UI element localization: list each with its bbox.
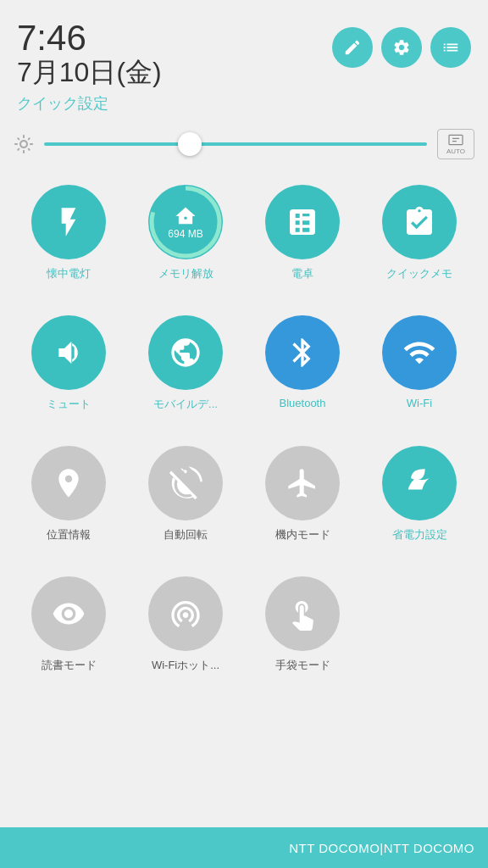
calculator-label: 電卓 <box>291 266 313 281</box>
brightness-low-icon <box>14 134 34 154</box>
hotspot-item[interactable]: Wi-Fiホット... <box>127 566 244 683</box>
quickmemo-circle <box>382 185 457 259</box>
svg-rect-0 <box>449 136 463 145</box>
footer: NTT DOCOMO|NTT DOCOMO <box>0 827 488 868</box>
list-button[interactable] <box>430 27 471 68</box>
quickmemo-label: クイックメモ <box>386 266 452 281</box>
mute-circle <box>31 315 106 390</box>
rotation-label: 自動回転 <box>164 527 208 542</box>
time-date: 7:46 7月10日(金) <box>17 20 162 88</box>
bluetooth-label: Bluetooth <box>280 397 326 409</box>
wifi-item[interactable]: Wi-Fi <box>361 305 478 422</box>
flashlight-circle <box>31 185 106 259</box>
brightness-bar[interactable]: AUTO <box>0 120 488 168</box>
quickmemo-item[interactable]: クイックメモ <box>361 175 478 292</box>
memory-label: メモリ解放 <box>158 266 214 281</box>
time-display: 7:46 <box>17 20 162 56</box>
mute-item[interactable]: ミュート <box>10 305 127 422</box>
quick-settings-label: クイック設定 <box>17 93 471 114</box>
eco-item[interactable]: 省電力設定 <box>361 436 478 553</box>
mobile-data-label: モバイルデ... <box>153 397 218 412</box>
airplane-label: 機内モード <box>275 527 330 542</box>
header-icons <box>332 20 471 68</box>
location-item[interactable]: 位置情報 <box>10 436 127 553</box>
mute-label: ミュート <box>47 397 91 412</box>
header-top: 7:46 7月10日(金) <box>17 20 471 88</box>
grid-row-2: ミュート モバイルデ... Bluetooth Wi-Fi <box>0 298 488 429</box>
settings-button[interactable] <box>381 27 422 68</box>
bluetooth-circle <box>265 315 340 390</box>
wifi-circle <box>382 315 457 390</box>
memory-value: 694 MB <box>168 228 202 240</box>
eco-label: 省電力設定 <box>392 527 447 542</box>
location-label: 位置情報 <box>47 527 91 542</box>
flashlight-item[interactable]: 懐中電灯 <box>10 175 127 292</box>
flashlight-label: 懐中電灯 <box>47 266 91 281</box>
mobile-data-circle <box>148 315 223 390</box>
glove-circle <box>265 576 340 651</box>
carrier-text: NTT DOCOMO|NTT DOCOMO <box>289 841 474 855</box>
brightness-slider[interactable] <box>44 142 427 146</box>
glove-item[interactable]: 手袋モード <box>244 566 361 683</box>
reading-item[interactable]: 読書モード <box>10 566 127 683</box>
auto-label: AUTO <box>446 147 465 155</box>
header: 7:46 7月10日(金) クイック設定 <box>0 0 488 120</box>
hotspot-label: Wi-Fiホット... <box>152 658 219 673</box>
eco-circle <box>382 446 457 520</box>
auto-brightness-button[interactable]: AUTO <box>437 129 474 159</box>
memory-circle: 694 MB <box>148 185 223 259</box>
calculator-item[interactable]: 電卓 <box>244 175 361 292</box>
grid-row-4: 読書モード Wi-Fiホット... 手袋モード <box>0 559 488 690</box>
calculator-circle <box>265 185 340 259</box>
reading-label: 読書モード <box>42 658 97 673</box>
rotation-circle <box>148 446 223 520</box>
grid-row-3: 位置情報 自動回転 機内モード 省電力設定 <box>0 429 488 559</box>
wifi-label: Wi-Fi <box>407 397 432 409</box>
airplane-item[interactable]: 機内モード <box>244 436 361 553</box>
glove-label: 手袋モード <box>275 658 330 673</box>
brightness-thumb[interactable] <box>178 132 202 156</box>
reading-circle <box>31 576 106 651</box>
location-circle <box>31 446 106 520</box>
bluetooth-item[interactable]: Bluetooth <box>244 305 361 422</box>
edit-button[interactable] <box>332 27 373 68</box>
mobile-data-item[interactable]: モバイルデ... <box>127 305 244 422</box>
empty-slot <box>361 566 478 683</box>
airplane-circle <box>265 446 340 520</box>
rotation-item[interactable]: 自動回転 <box>127 436 244 553</box>
memory-item[interactable]: 694 MB メモリ解放 <box>127 175 244 292</box>
date-display: 7月10日(金) <box>17 56 162 88</box>
hotspot-circle <box>148 576 223 651</box>
grid-row-1: 懐中電灯 694 MB メモリ解放 電卓 <box>0 168 488 298</box>
